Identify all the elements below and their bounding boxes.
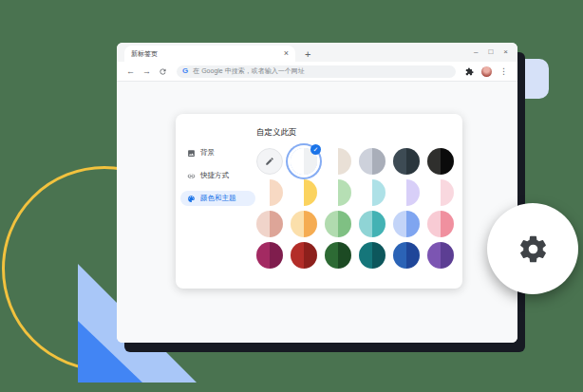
window-controls: – □ × xyxy=(464,48,517,56)
theme-swatch-teal[interactable] xyxy=(359,211,386,237)
minimize-button[interactable]: – xyxy=(474,48,478,56)
theme-swatch-purple[interactable] xyxy=(427,242,454,269)
desktop-background: 新标签页 × + – □ × ← → G 在 Google 中搜索，或者输入一个… xyxy=(0,0,583,392)
theme-swatch-berry[interactable] xyxy=(256,242,283,269)
new-tab-button[interactable]: + xyxy=(305,49,310,60)
sidebar-item-label: 背景 xyxy=(200,148,215,158)
tab-strip: 新标签页 × + – □ × xyxy=(117,43,517,62)
link-icon xyxy=(187,167,196,184)
sidebar-item-link[interactable]: 快捷方式 xyxy=(180,168,255,183)
theme-swatch-black[interactable] xyxy=(427,148,454,175)
theme-swatch-yellow[interactable] xyxy=(291,179,317,206)
theme-swatch-pink[interactable] xyxy=(427,211,454,237)
selected-check-badge: ✓ xyxy=(310,144,321,155)
tab-new-tab[interactable]: 新标签页 × xyxy=(124,46,295,62)
theme-swatch-light-pink[interactable] xyxy=(427,179,454,206)
dialog-sidebar: 背景快捷方式颜色和主题 xyxy=(180,145,255,214)
tab-title: 新标签页 xyxy=(131,49,284,59)
theme-swatch-custom-color[interactable] xyxy=(256,148,283,175)
theme-swatch-grid: ✓ xyxy=(256,148,458,269)
omnibox-placeholder: 在 Google 中搜索，或者输入一个网址 xyxy=(193,66,304,76)
browser-window: 新标签页 × + – □ × ← → G 在 Google 中搜索，或者输入一个… xyxy=(117,43,517,343)
forward-icon[interactable]: → xyxy=(142,67,151,76)
theme-swatch-orange[interactable] xyxy=(291,211,317,237)
sidebar-item-image[interactable]: 背景 xyxy=(180,145,255,160)
palette-icon xyxy=(187,190,196,207)
theme-swatch-peach[interactable] xyxy=(256,179,283,206)
theme-swatch-light-cyan[interactable] xyxy=(359,179,386,206)
back-icon[interactable]: ← xyxy=(126,67,135,76)
sidebar-item-label: 快捷方式 xyxy=(200,171,229,180)
theme-swatch-dark-blue[interactable] xyxy=(393,242,420,269)
extensions-icon[interactable] xyxy=(465,67,474,76)
settings-fab[interactable] xyxy=(487,203,578,294)
profile-avatar[interactable] xyxy=(481,66,492,77)
theme-swatch-lavender[interactable] xyxy=(393,179,420,206)
dialog-title: 自定义此页 xyxy=(256,127,297,139)
tab-close-icon[interactable]: × xyxy=(284,49,289,58)
maximize-button[interactable]: □ xyxy=(488,48,493,56)
gear-icon xyxy=(517,233,549,265)
reload-icon[interactable] xyxy=(159,67,167,76)
menu-kebab-icon[interactable]: ⋮ xyxy=(499,67,508,76)
google-logo-icon: G xyxy=(182,67,188,75)
theme-swatch-gray[interactable] xyxy=(359,148,386,175)
theme-swatch-default[interactable]: ✓ xyxy=(291,148,317,175)
sidebar-item-palette[interactable]: 颜色和主题 xyxy=(180,191,255,206)
theme-swatch-rose-tan[interactable] xyxy=(256,211,283,237)
theme-swatch-dark-red[interactable] xyxy=(291,242,317,269)
omnibox[interactable]: G 在 Google 中搜索，或者输入一个网址 xyxy=(177,65,456,78)
sidebar-item-label: 颜色和主题 xyxy=(200,194,236,203)
customize-dialog: 自定义此页 背景快捷方式颜色和主题 ✓ xyxy=(176,114,462,289)
theme-swatch-beige[interactable] xyxy=(325,148,351,175)
browser-toolbar: ← → G 在 Google 中搜索，或者输入一个网址 ⋮ xyxy=(117,62,517,82)
theme-swatch-green[interactable] xyxy=(325,211,351,237)
window-close-button[interactable]: × xyxy=(503,48,508,56)
image-icon xyxy=(187,144,196,161)
theme-swatch-light-green[interactable] xyxy=(325,179,351,206)
theme-swatch-dark-teal[interactable] xyxy=(359,242,386,269)
pencil-icon xyxy=(265,157,274,166)
new-tab-page: 自定义此页 背景快捷方式颜色和主题 ✓ xyxy=(117,82,517,343)
theme-swatch-dark-green[interactable] xyxy=(325,242,351,269)
theme-swatch-dark-slate[interactable] xyxy=(393,148,420,175)
theme-swatch-blue[interactable] xyxy=(393,211,420,237)
